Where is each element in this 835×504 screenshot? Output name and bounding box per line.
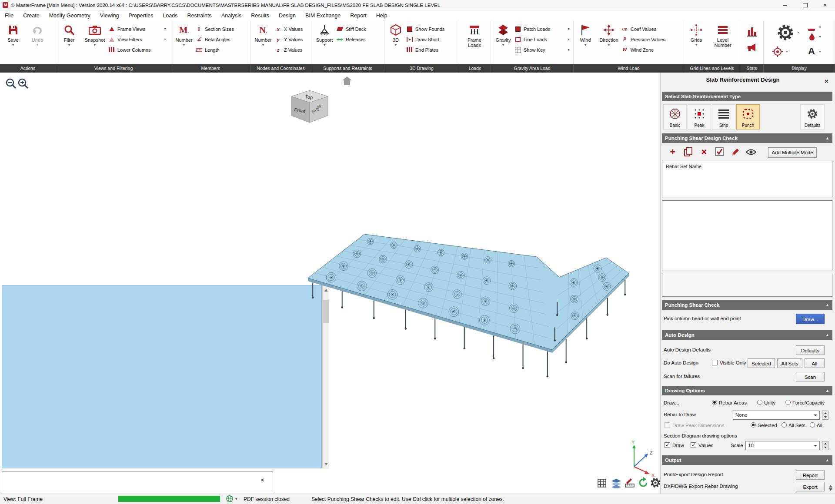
wind-zone-button[interactable]: W Wind Zone xyxy=(621,46,681,54)
menu-report[interactable]: Report xyxy=(345,13,371,19)
rebar-to-draw-select[interactable]: None xyxy=(733,411,820,420)
collapse-icon[interactable]: ▲ xyxy=(825,455,829,465)
collapse-icon[interactable]: ▲ xyxy=(825,386,829,395)
menu-loads[interactable]: Loads xyxy=(158,13,182,19)
lower-columns-button[interactable]: Lower Columns xyxy=(108,46,167,54)
undo-button[interactable]: Undo▼ xyxy=(25,21,50,46)
view-cube-top[interactable]: Top xyxy=(305,94,313,100)
menu-bim-exchange[interactable]: BIM Exchange xyxy=(301,13,345,19)
fe-slab-model[interactable] xyxy=(244,217,661,404)
header-output[interactable]: Output ▲ xyxy=(662,455,832,465)
pdf-dropdown-icon[interactable]: ▼ xyxy=(235,497,238,501)
display-dash-button[interactable] xyxy=(808,25,815,33)
header-drawing-options[interactable]: Drawing Options ▲ xyxy=(662,386,832,395)
header-punching-check[interactable]: Punching Shear Check ▲ xyxy=(662,300,832,310)
layers-button[interactable] xyxy=(611,478,622,490)
line-loads-button[interactable]: Line Loads▼ xyxy=(514,35,571,43)
draw-punch-check-button[interactable]: Draw... xyxy=(796,314,825,324)
pressure-values-button[interactable]: P Pressure Values xyxy=(621,35,681,43)
menu-results[interactable]: Results xyxy=(246,13,274,19)
y-values-button[interactable]: y Y Values xyxy=(275,35,310,43)
type-defaults-button[interactable]: Defaults xyxy=(800,104,825,129)
end-plates-button[interactable]: End Plates xyxy=(406,46,458,54)
node-number-button[interactable]: N. Number▼ xyxy=(251,21,275,46)
length-button[interactable]: Length xyxy=(196,46,247,54)
show-key-button[interactable]: Show Key▼ xyxy=(514,46,571,54)
panel-close-icon[interactable]: × xyxy=(825,77,828,85)
unity-radio[interactable] xyxy=(757,400,762,405)
type-peak-button[interactable]: Peak xyxy=(688,104,711,129)
visible-only-checkbox[interactable] xyxy=(712,360,718,365)
header-auto-design[interactable]: Auto Design ▲ xyxy=(662,330,832,340)
gravity-button[interactable]: Gravity▼ xyxy=(492,21,514,46)
refresh-view-button[interactable] xyxy=(638,477,649,490)
message-box[interactable] xyxy=(2,471,273,492)
pdf-icon[interactable] xyxy=(226,495,234,504)
display-droplet-button[interactable] xyxy=(809,33,815,42)
menu-properties[interactable]: Properties xyxy=(124,13,158,19)
report-button[interactable]: Report xyxy=(796,470,825,480)
section-draw-checkbox[interactable] xyxy=(665,442,670,448)
support-button[interactable]: Support▼ xyxy=(312,21,337,46)
zoom-controls[interactable] xyxy=(5,78,31,90)
minimize-button[interactable] xyxy=(775,0,795,10)
display-font-button[interactable]: A xyxy=(808,46,815,57)
menu-restraints[interactable]: Restraints xyxy=(182,13,216,19)
view-cube[interactable]: Top Front Right xyxy=(291,90,331,129)
scan-button[interactable]: Scan xyxy=(796,372,825,381)
x-values-button[interactable]: x X Values xyxy=(275,25,310,33)
menu-viewing[interactable]: Viewing xyxy=(95,13,124,19)
wind-button[interactable]: Wind▼ xyxy=(574,21,596,46)
menu-file[interactable]: File xyxy=(0,13,18,19)
section-values-checkbox[interactable] xyxy=(691,442,696,448)
type-basic-button[interactable]: Basic xyxy=(663,104,687,129)
close-button[interactable]: × xyxy=(815,0,835,10)
draw-short-button[interactable]: Draw Short xyxy=(406,35,458,43)
header-select-type[interactable]: Select Slab Reinforcement Type xyxy=(662,92,832,101)
delete-rebar-set-button[interactable]: × xyxy=(698,146,710,158)
menu-modify-geometry[interactable]: Modify Geometry xyxy=(44,13,95,19)
auto-design-all-button[interactable]: All xyxy=(805,358,825,368)
scale-spinner[interactable] xyxy=(822,441,828,450)
rebar-to-draw-spinner[interactable] xyxy=(822,411,828,420)
mesh-toggle-button[interactable] xyxy=(597,478,607,490)
rebar-set-detail-list[interactable] xyxy=(662,200,832,271)
panel-scroll-down-icon[interactable] xyxy=(829,488,832,493)
snapshot-button[interactable]: Snapshot▼ xyxy=(81,21,108,46)
edit-rebar-set-button[interactable] xyxy=(730,146,741,158)
patch-loads-button[interactable]: Patch Loads▼ xyxy=(514,25,571,33)
collapse-left-button[interactable]: < xyxy=(261,477,264,483)
announce-button[interactable] xyxy=(747,43,757,53)
menu-design[interactable]: Design xyxy=(274,13,301,19)
filter-button[interactable]: Filter▼ xyxy=(57,21,81,46)
add-multiple-mode-button[interactable]: Add Multiple Mode xyxy=(768,147,817,158)
collapse-icon[interactable]: ▲ xyxy=(825,330,829,340)
add-rebar-set-button[interactable]: + xyxy=(667,146,678,158)
collapse-icon[interactable]: ▲ xyxy=(825,300,829,310)
display-settings-button[interactable] xyxy=(777,24,794,43)
direction-button[interactable]: Direction▼ xyxy=(596,21,621,46)
menu-help[interactable]: Help xyxy=(371,13,392,19)
auto-design-selected-button[interactable]: Selected xyxy=(748,358,775,368)
menu-analysis[interactable]: Analysis xyxy=(217,13,247,19)
rebar-set-info-box[interactable] xyxy=(662,273,832,297)
rebar-set-list[interactable]: Rebar Set Name xyxy=(662,161,832,198)
stats-chart-button[interactable] xyxy=(746,26,758,39)
member-number-button[interactable]: M. Number▼ xyxy=(172,21,196,46)
beta-angles-button[interactable]: ∠ Beta Angles xyxy=(196,35,247,43)
type-punch-button[interactable]: Punch xyxy=(736,104,760,129)
rebar-areas-radio[interactable] xyxy=(712,400,717,405)
display-target-button[interactable] xyxy=(772,46,783,59)
draw-peak-dimensions-checkbox[interactable] xyxy=(665,422,670,428)
level-number-button[interactable]: Level Number xyxy=(708,21,738,48)
draw-all-sets-radio[interactable] xyxy=(782,422,787,428)
3d-button[interactable]: 3D▼ xyxy=(385,21,406,46)
auto-design-all-sets-button[interactable]: All Sets xyxy=(777,358,802,368)
collapse-icon[interactable]: ▲ xyxy=(825,133,829,143)
header-punching-design[interactable]: Punching Shear Design Check ▲ xyxy=(662,133,832,143)
z-values-button[interactable]: z Z Values xyxy=(275,46,310,54)
grids-button[interactable]: Grids▼ xyxy=(685,21,708,46)
frame-views-button[interactable]: Frame Views▼ xyxy=(108,25,167,33)
section-sizes-button[interactable]: I Section Sizes xyxy=(196,25,247,33)
viewport-settings-button[interactable] xyxy=(650,477,661,490)
